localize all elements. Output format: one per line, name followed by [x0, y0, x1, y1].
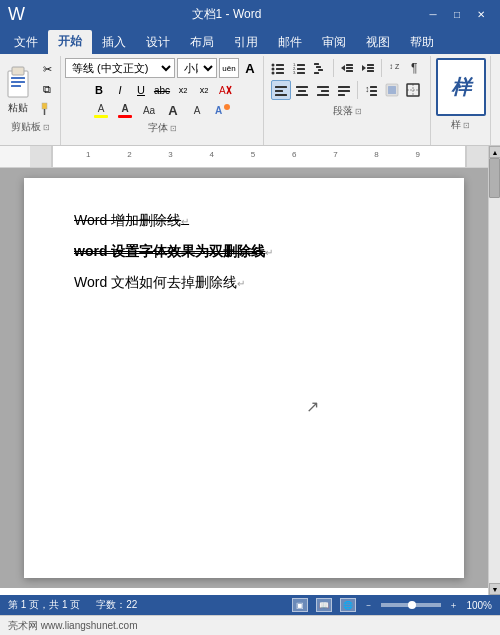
font-expand-icon[interactable]: ⊡: [170, 124, 177, 133]
zoom-thumb[interactable]: [408, 601, 416, 609]
minimize-button[interactable]: ─: [422, 6, 444, 22]
font-size-small-button[interactable]: A: [186, 101, 208, 119]
subscript-button[interactable]: x2: [173, 80, 193, 100]
tab-file[interactable]: 文件: [4, 32, 48, 54]
svg-rect-43: [298, 90, 306, 92]
doc-line-1: Word 增加删除线↵: [74, 208, 414, 233]
svg-rect-48: [338, 86, 350, 88]
doc-line-3: Word 文档如何去掉删除线↵: [74, 270, 414, 295]
tab-view[interactable]: 视图: [356, 32, 400, 54]
sort-button[interactable]: ↕ Z: [385, 58, 405, 78]
multilevel-list-button[interactable]: [310, 58, 330, 78]
align-left-button[interactable]: [271, 80, 291, 100]
svg-text:3.: 3.: [293, 70, 296, 75]
text-highlight-color-button[interactable]: A: [90, 101, 112, 119]
status-right: ▣ 📖 🌐 － ＋ 100%: [292, 598, 492, 612]
scroll-up-button[interactable]: ▲: [489, 146, 500, 158]
svg-text:A: A: [215, 105, 222, 116]
tab-references[interactable]: 引用: [224, 32, 268, 54]
mouse-cursor: ↗: [306, 393, 319, 422]
shading-button[interactable]: [382, 80, 402, 100]
styles-expand-icon[interactable]: ⊡: [463, 121, 470, 130]
uen-button[interactable]: uěn: [219, 58, 239, 78]
zoom-in-button[interactable]: ＋: [449, 599, 458, 612]
font-size-large-button[interactable]: A: [162, 101, 184, 119]
superscript-button[interactable]: x2: [194, 80, 214, 100]
paste-icon: [4, 61, 32, 101]
maximize-button[interactable]: □: [446, 6, 468, 22]
align-center-button[interactable]: [292, 80, 312, 100]
zoom-slider[interactable]: [381, 603, 441, 607]
scroll-track[interactable]: [489, 158, 500, 583]
paragraph-expand-icon[interactable]: ⊡: [355, 107, 362, 116]
svg-rect-13: [276, 64, 284, 66]
vertical-scrollbar[interactable]: ▲ ▼: [488, 146, 500, 595]
ruler: 1 2 3 4 5 6 7 8 9: [0, 146, 488, 168]
scroll-thumb[interactable]: [489, 158, 500, 198]
border-button[interactable]: [403, 80, 423, 100]
clipboard-expand-icon[interactable]: ⊡: [43, 123, 50, 132]
bullets-button[interactable]: [268, 58, 288, 78]
copy-button[interactable]: ⧉: [36, 80, 58, 98]
svg-rect-53: [370, 90, 377, 92]
svg-rect-44: [296, 94, 308, 96]
close-button[interactable]: ✕: [470, 6, 492, 22]
footer-text: 亮术网 www.liangshunet.com: [8, 619, 138, 633]
font-color-button[interactable]: A: [114, 101, 136, 119]
strikethrough-button[interactable]: abc: [152, 80, 172, 100]
align-right-button[interactable]: [313, 80, 333, 100]
font-row-2: B I U abc x2 x2 A: [89, 80, 235, 100]
zoom-level: 100%: [466, 600, 492, 611]
tab-mailings[interactable]: 邮件: [268, 32, 312, 54]
font-name-select[interactable]: 等线 (中文正文): [65, 58, 175, 78]
tab-help[interactable]: 帮助: [400, 32, 444, 54]
styles-box[interactable]: 样: [436, 58, 486, 116]
doc-page[interactable]: Word 增加删除线↵ word 设置字体效果为双删除线↵ Word 文档如何去…: [24, 178, 464, 578]
svg-rect-31: [346, 70, 353, 72]
paragraph-group: 1. 2. 3.: [264, 56, 431, 145]
bold-button[interactable]: B: [89, 80, 109, 100]
tab-design[interactable]: 设计: [136, 32, 180, 54]
word-count: 字数：22: [96, 598, 137, 612]
clipboard-label: 剪贴板 ⊡: [2, 118, 58, 137]
paste-button[interactable]: 粘贴: [2, 58, 34, 118]
svg-rect-39: [275, 86, 287, 88]
scroll-down-button[interactable]: ▼: [489, 583, 500, 595]
svg-rect-29: [346, 64, 353, 66]
tab-review[interactable]: 审阅: [312, 32, 356, 54]
text-effect-button[interactable]: A: [210, 101, 234, 119]
show-marks-button[interactable]: ¶: [406, 58, 426, 78]
line-spacing-button[interactable]: ↕: [361, 80, 381, 100]
svg-rect-2: [11, 77, 25, 79]
justify-button[interactable]: [334, 80, 354, 100]
read-mode-button[interactable]: 📖: [316, 598, 332, 612]
underline-button[interactable]: U: [131, 80, 151, 100]
tab-layout[interactable]: 布局: [180, 32, 224, 54]
increase-font-button[interactable]: A: [241, 59, 259, 77]
svg-rect-52: [370, 86, 377, 88]
svg-point-12: [272, 64, 275, 67]
web-layout-button[interactable]: 🌐: [340, 598, 356, 612]
tab-insert[interactable]: 插入: [92, 32, 136, 54]
print-layout-button[interactable]: ▣: [292, 598, 308, 612]
zoom-out-button[interactable]: －: [364, 599, 373, 612]
italic-button[interactable]: I: [110, 80, 130, 100]
font-color-aa-button[interactable]: Aa: [138, 101, 160, 119]
svg-rect-3: [11, 81, 25, 83]
svg-rect-56: [388, 86, 396, 94]
svg-rect-5: [42, 103, 47, 109]
increase-indent-button[interactable]: [358, 58, 378, 78]
decrease-indent-button[interactable]: [337, 58, 357, 78]
tab-home[interactable]: 开始: [48, 30, 92, 54]
cut-button[interactable]: ✂: [36, 60, 58, 78]
font-size-select[interactable]: 小四: [177, 58, 217, 78]
word-icon: W: [8, 4, 25, 25]
format-painter-button[interactable]: [36, 100, 58, 118]
separator-2: [381, 59, 382, 77]
clear-format-button[interactable]: A: [215, 80, 235, 100]
svg-rect-26: [318, 69, 323, 71]
ruler-margin-left: [30, 146, 52, 167]
numbering-button[interactable]: 1. 2. 3.: [289, 58, 309, 78]
svg-text:↕: ↕: [365, 84, 370, 94]
doc-area[interactable]: Word 增加删除线↵ word 设置字体效果为双删除线↵ Word 文档如何去…: [0, 168, 488, 588]
